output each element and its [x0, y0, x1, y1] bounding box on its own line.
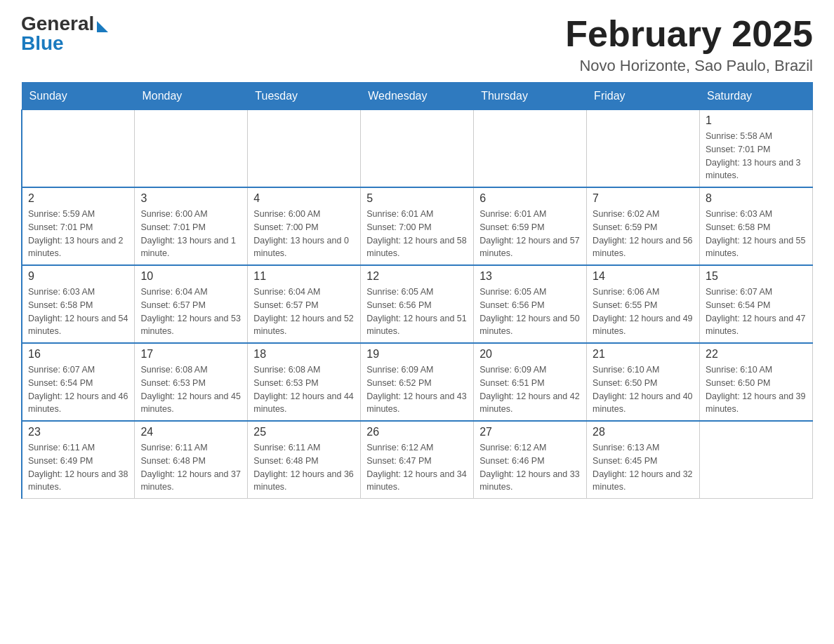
day-info: Sunrise: 6:05 AM Sunset: 6:56 PM Dayligh…	[366, 286, 468, 338]
calendar-cell	[135, 110, 248, 188]
calendar-cell: 17Sunrise: 6:08 AM Sunset: 6:53 PM Dayli…	[135, 343, 248, 421]
weekday-header-wednesday: Wednesday	[361, 83, 474, 110]
calendar-cell	[587, 110, 700, 188]
day-number: 10	[140, 270, 241, 283]
day-info: Sunrise: 6:04 AM Sunset: 6:57 PM Dayligh…	[140, 286, 241, 338]
weekday-header-row: SundayMondayTuesdayWednesdayThursdayFrid…	[22, 83, 813, 110]
day-info: Sunrise: 6:06 AM Sunset: 6:55 PM Dayligh…	[593, 286, 694, 338]
calendar-cell	[248, 110, 361, 188]
calendar-cell: 20Sunrise: 6:09 AM Sunset: 6:51 PM Dayli…	[474, 343, 587, 421]
day-info: Sunrise: 6:05 AM Sunset: 6:56 PM Dayligh…	[479, 286, 581, 338]
day-info: Sunrise: 6:12 AM Sunset: 6:46 PM Dayligh…	[479, 441, 581, 494]
calendar-cell: 9Sunrise: 6:03 AM Sunset: 6:58 PM Daylig…	[22, 265, 135, 343]
week-row-2: 2Sunrise: 5:59 AM Sunset: 7:01 PM Daylig…	[22, 187, 813, 265]
calendar-cell: 5Sunrise: 6:01 AM Sunset: 7:00 PM Daylig…	[361, 187, 474, 265]
day-number: 27	[479, 426, 581, 438]
day-info: Sunrise: 6:12 AM Sunset: 6:47 PM Dayligh…	[366, 441, 468, 494]
calendar-cell: 7Sunrise: 6:02 AM Sunset: 6:59 PM Daylig…	[587, 187, 700, 265]
title-block: February 2025 Novo Horizonte, Sao Paulo,…	[565, 14, 813, 75]
week-row-4: 16Sunrise: 6:07 AM Sunset: 6:54 PM Dayli…	[22, 343, 813, 421]
day-number: 1	[706, 114, 807, 127]
day-number: 5	[366, 192, 468, 205]
day-info: Sunrise: 5:58 AM Sunset: 7:01 PM Dayligh…	[706, 130, 807, 182]
calendar-cell: 14Sunrise: 6:06 AM Sunset: 6:55 PM Dayli…	[587, 265, 700, 343]
week-row-3: 9Sunrise: 6:03 AM Sunset: 6:58 PM Daylig…	[22, 265, 813, 343]
day-info: Sunrise: 6:00 AM Sunset: 7:01 PM Dayligh…	[140, 208, 241, 260]
calendar-cell: 24Sunrise: 6:11 AM Sunset: 6:48 PM Dayli…	[135, 421, 248, 499]
day-number: 24	[140, 426, 241, 438]
day-number: 16	[28, 348, 128, 361]
day-info: Sunrise: 6:03 AM Sunset: 6:58 PM Dayligh…	[706, 208, 807, 260]
day-number: 7	[593, 192, 694, 205]
calendar-cell: 18Sunrise: 6:08 AM Sunset: 6:53 PM Dayli…	[248, 343, 361, 421]
calendar-cell: 1Sunrise: 5:58 AM Sunset: 7:01 PM Daylig…	[700, 110, 813, 188]
day-info: Sunrise: 6:09 AM Sunset: 6:51 PM Dayligh…	[479, 363, 581, 416]
calendar-cell: 21Sunrise: 6:10 AM Sunset: 6:50 PM Dayli…	[587, 343, 700, 421]
weekday-header-saturday: Saturday	[700, 83, 813, 110]
day-info: Sunrise: 6:02 AM Sunset: 6:59 PM Dayligh…	[593, 208, 694, 260]
day-info: Sunrise: 6:10 AM Sunset: 6:50 PM Dayligh…	[706, 363, 807, 416]
calendar-cell: 15Sunrise: 6:07 AM Sunset: 6:54 PM Dayli…	[700, 265, 813, 343]
week-row-5: 23Sunrise: 6:11 AM Sunset: 6:49 PM Dayli…	[22, 421, 813, 499]
weekday-header-sunday: Sunday	[22, 83, 135, 110]
day-number: 9	[28, 270, 128, 283]
day-info: Sunrise: 6:07 AM Sunset: 6:54 PM Dayligh…	[28, 363, 128, 416]
day-number: 6	[479, 192, 581, 205]
day-number: 23	[28, 426, 128, 438]
day-info: Sunrise: 6:11 AM Sunset: 6:49 PM Dayligh…	[28, 441, 128, 494]
calendar-cell: 12Sunrise: 6:05 AM Sunset: 6:56 PM Dayli…	[361, 265, 474, 343]
weekday-header-tuesday: Tuesday	[248, 83, 361, 110]
day-number: 2	[28, 192, 128, 205]
location-subtitle: Novo Horizonte, Sao Paulo, Brazil	[565, 57, 813, 75]
week-row-1: 1Sunrise: 5:58 AM Sunset: 7:01 PM Daylig…	[22, 110, 813, 188]
day-number: 19	[366, 348, 468, 361]
day-info: Sunrise: 6:11 AM Sunset: 6:48 PM Dayligh…	[253, 441, 355, 494]
calendar-cell: 28Sunrise: 6:13 AM Sunset: 6:45 PM Dayli…	[587, 421, 700, 499]
day-info: Sunrise: 5:59 AM Sunset: 7:01 PM Dayligh…	[28, 208, 128, 260]
calendar-title: February 2025	[565, 14, 813, 54]
weekday-header-thursday: Thursday	[474, 83, 587, 110]
day-info: Sunrise: 6:07 AM Sunset: 6:54 PM Dayligh…	[706, 286, 807, 338]
calendar-cell: 6Sunrise: 6:01 AM Sunset: 6:59 PM Daylig…	[474, 187, 587, 265]
day-info: Sunrise: 6:09 AM Sunset: 6:52 PM Dayligh…	[366, 363, 468, 416]
day-info: Sunrise: 6:08 AM Sunset: 6:53 PM Dayligh…	[140, 363, 241, 416]
day-number: 18	[253, 348, 355, 361]
day-number: 4	[253, 192, 355, 205]
day-number: 8	[706, 192, 807, 205]
day-number: 28	[593, 426, 694, 438]
page-header: General Blue February 2025 Novo Horizont…	[21, 14, 813, 75]
logo-blue-text: Blue	[21, 34, 64, 53]
day-info: Sunrise: 6:13 AM Sunset: 6:45 PM Dayligh…	[593, 441, 694, 494]
day-info: Sunrise: 6:11 AM Sunset: 6:48 PM Dayligh…	[140, 441, 241, 494]
calendar-cell: 8Sunrise: 6:03 AM Sunset: 6:58 PM Daylig…	[700, 187, 813, 265]
day-number: 14	[593, 270, 694, 283]
day-number: 26	[366, 426, 468, 438]
day-info: Sunrise: 6:01 AM Sunset: 6:59 PM Dayligh…	[479, 208, 581, 260]
calendar-cell	[474, 110, 587, 188]
day-info: Sunrise: 6:01 AM Sunset: 7:00 PM Dayligh…	[366, 208, 468, 260]
calendar-cell: 27Sunrise: 6:12 AM Sunset: 6:46 PM Dayli…	[474, 421, 587, 499]
calendar-cell: 23Sunrise: 6:11 AM Sunset: 6:49 PM Dayli…	[22, 421, 135, 499]
calendar-cell: 4Sunrise: 6:00 AM Sunset: 7:00 PM Daylig…	[248, 187, 361, 265]
day-number: 15	[706, 270, 807, 283]
day-number: 17	[140, 348, 241, 361]
calendar-cell	[22, 110, 135, 188]
calendar-cell: 2Sunrise: 5:59 AM Sunset: 7:01 PM Daylig…	[22, 187, 135, 265]
logo: General Blue	[21, 14, 108, 53]
calendar-cell: 22Sunrise: 6:10 AM Sunset: 6:50 PM Dayli…	[700, 343, 813, 421]
calendar-cell: 16Sunrise: 6:07 AM Sunset: 6:54 PM Dayli…	[22, 343, 135, 421]
day-number: 11	[253, 270, 355, 283]
calendar-cell: 10Sunrise: 6:04 AM Sunset: 6:57 PM Dayli…	[135, 265, 248, 343]
calendar-table: SundayMondayTuesdayWednesdayThursdayFrid…	[21, 82, 813, 499]
day-number: 21	[593, 348, 694, 361]
calendar-cell: 25Sunrise: 6:11 AM Sunset: 6:48 PM Dayli…	[248, 421, 361, 499]
logo-general-text: General	[21, 14, 94, 34]
weekday-header-friday: Friday	[587, 83, 700, 110]
day-number: 13	[479, 270, 581, 283]
day-number: 12	[366, 270, 468, 283]
calendar-cell: 11Sunrise: 6:04 AM Sunset: 6:57 PM Dayli…	[248, 265, 361, 343]
day-info: Sunrise: 6:10 AM Sunset: 6:50 PM Dayligh…	[593, 363, 694, 416]
calendar-cell: 13Sunrise: 6:05 AM Sunset: 6:56 PM Dayli…	[474, 265, 587, 343]
day-info: Sunrise: 6:00 AM Sunset: 7:00 PM Dayligh…	[253, 208, 355, 260]
calendar-cell	[361, 110, 474, 188]
